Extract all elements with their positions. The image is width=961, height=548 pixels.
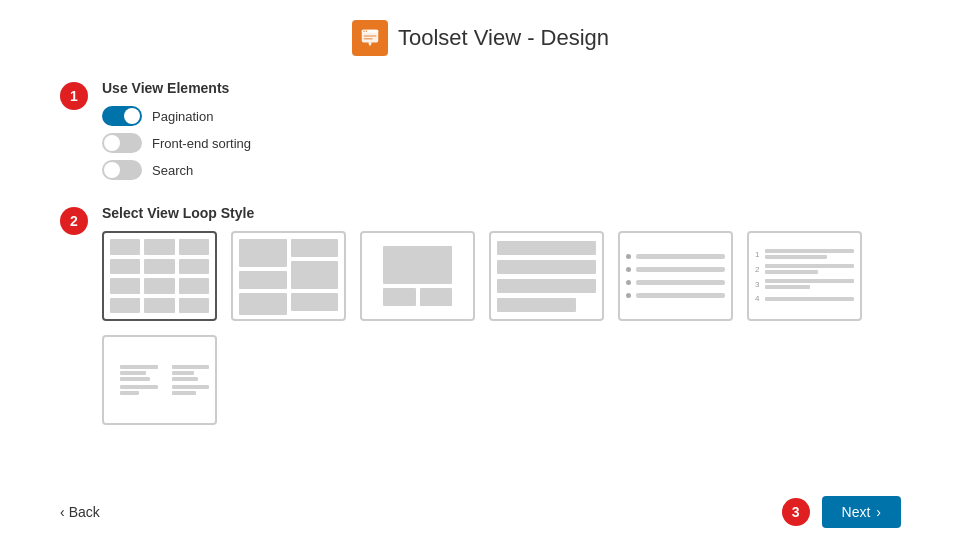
num-line: [765, 249, 854, 253]
chevron-right-icon: ›: [876, 504, 881, 520]
numbered-row: 4: [755, 294, 854, 303]
twocol-item: [110, 365, 158, 381]
masonry-cell: [239, 271, 287, 289]
row-cell: [497, 241, 596, 255]
row-cell: [497, 260, 596, 274]
masonry-cell: [291, 261, 339, 289]
bullet-row: [626, 254, 725, 259]
svg-point-2: [363, 30, 364, 31]
toggle-row-pagination: Pagination: [102, 106, 901, 126]
twocol-item: [162, 385, 210, 395]
search-toggle-knob: [104, 162, 120, 178]
row-cell: [497, 298, 576, 312]
bullet-row: [626, 293, 725, 298]
step-badge-3: 3: [782, 498, 810, 526]
frontend-sorting-knob: [104, 135, 120, 151]
loop-style-masonry[interactable]: [231, 231, 346, 321]
num-line: [765, 285, 810, 289]
featured-sub: [383, 288, 416, 306]
section-2: 2 Select View Loop Style: [60, 205, 901, 425]
next-button[interactable]: Next ›: [822, 496, 901, 528]
svg-point-3: [366, 30, 367, 31]
twocol-item: [162, 365, 210, 381]
frontend-sorting-toggle[interactable]: [102, 133, 142, 153]
bullet-line: [636, 280, 725, 285]
preview-cell: [179, 239, 209, 255]
preview-cell: [179, 278, 209, 294]
preview-cell: [110, 278, 140, 294]
loop-styles-grid: 1 2: [102, 231, 901, 425]
preview-cell: [179, 259, 209, 275]
section-1-title: Use View Elements: [102, 80, 901, 96]
masonry-cell: [291, 239, 339, 257]
search-toggle[interactable]: [102, 160, 142, 180]
section-2-content: Select View Loop Style: [102, 205, 901, 425]
twocol-item: [110, 385, 158, 395]
masonry-cell: [239, 239, 287, 267]
loop-style-rows[interactable]: [489, 231, 604, 321]
featured-main: [383, 246, 452, 284]
section-1-content: Use View Elements Pagination Front-end s…: [102, 80, 901, 187]
bullet-dot: [626, 267, 631, 272]
loop-style-twocol[interactable]: [102, 335, 217, 425]
loop-style-grid3[interactable]: [102, 231, 217, 321]
numbered-row: 1: [755, 249, 854, 259]
bullet-dot: [626, 293, 631, 298]
preview-cell: [110, 298, 140, 314]
chevron-left-icon: ‹: [60, 504, 65, 520]
row-cell: [497, 279, 596, 293]
pagination-label: Pagination: [152, 109, 213, 124]
bottom-nav: ‹ Back 3 Next ›: [60, 486, 901, 528]
numbered-row: 2: [755, 264, 854, 274]
num-line: [765, 270, 818, 274]
toggle-row-search: Search: [102, 160, 901, 180]
featured-sub: [420, 288, 453, 306]
pagination-toggle-knob: [124, 108, 140, 124]
step-badge-1: 1: [60, 82, 88, 110]
preview-cell: [179, 298, 209, 314]
frontend-sorting-label: Front-end sorting: [152, 136, 251, 151]
numbered-row: 3: [755, 279, 854, 289]
masonry-cell: [239, 293, 287, 315]
preview-cell: [110, 239, 140, 255]
section-2-title: Select View Loop Style: [102, 205, 901, 221]
back-label: Back: [69, 504, 100, 520]
bullet-dot: [626, 280, 631, 285]
toolset-icon: [352, 20, 388, 56]
search-label: Search: [152, 163, 193, 178]
section-1: 1 Use View Elements Pagination Front-end…: [60, 80, 901, 187]
loop-style-bullets[interactable]: [618, 231, 733, 321]
preview-cell: [144, 259, 174, 275]
bullet-line: [636, 293, 725, 298]
svg-rect-5: [364, 38, 373, 39]
back-link[interactable]: ‹ Back: [60, 504, 100, 520]
bullet-row: [626, 267, 725, 272]
nav-right: 3 Next ›: [782, 496, 901, 528]
num-line: [765, 297, 854, 301]
pagination-toggle[interactable]: [102, 106, 142, 126]
num-line: [765, 255, 827, 259]
preview-cell: [144, 278, 174, 294]
preview-cell: [144, 298, 174, 314]
preview-cell: [144, 239, 174, 255]
next-label: Next: [842, 504, 871, 520]
svg-rect-4: [364, 35, 377, 36]
step-badge-2: 2: [60, 207, 88, 235]
num-line: [765, 264, 854, 268]
num-line: [765, 279, 854, 283]
bullet-dot: [626, 254, 631, 259]
bullet-line: [636, 267, 725, 272]
loop-style-numbered[interactable]: 1 2: [747, 231, 862, 321]
toggle-row-frontend-sorting: Front-end sorting: [102, 133, 901, 153]
bullet-line: [636, 254, 725, 259]
loop-style-featured[interactable]: [360, 231, 475, 321]
page-header: Toolset View - Design: [60, 20, 901, 56]
bullet-row: [626, 280, 725, 285]
page-title: Toolset View - Design: [398, 25, 609, 51]
preview-cell: [110, 259, 140, 275]
masonry-cell: [291, 293, 339, 311]
